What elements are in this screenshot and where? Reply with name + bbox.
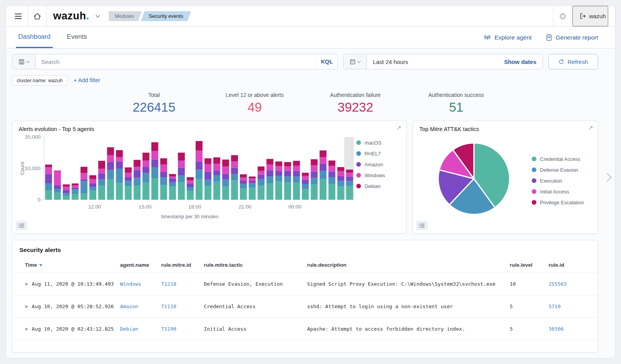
legend-item-defense-evasion[interactable]: Defense Evasion xyxy=(532,167,592,173)
column-header-rule-mitre-tactic[interactable]: rule.mitre.tactic xyxy=(201,257,304,273)
bar-segment-Amazon[interactable] xyxy=(125,177,132,181)
bar-segment-Windows[interactable] xyxy=(116,157,123,161)
bar-segment-RHEL7[interactable] xyxy=(80,181,87,193)
bar-segment-macOS[interactable] xyxy=(328,184,335,200)
bar-segment-Windows[interactable] xyxy=(258,171,265,174)
legend-item-RHEL7[interactable]: RHEL7 xyxy=(356,151,400,157)
bar-segment-Windows[interactable] xyxy=(142,160,149,167)
bar-segment-macOS[interactable] xyxy=(45,190,52,200)
legend-item-execution[interactable]: Execution xyxy=(532,178,592,184)
bar-segment-Debian[interactable] xyxy=(328,160,335,166)
column-header-agent-name[interactable]: agent.name xyxy=(117,257,158,273)
bar-segment-macOS[interactable] xyxy=(125,186,132,200)
next-panels-button[interactable] xyxy=(602,172,613,183)
bar-segment-macOS[interactable] xyxy=(267,183,274,200)
bar-segment-Debian[interactable] xyxy=(107,147,114,155)
mitre-id-link[interactable]: T1190 xyxy=(161,326,176,332)
bar-segment-Amazon[interactable] xyxy=(54,185,61,189)
bar-segment-Debian[interactable] xyxy=(116,150,123,157)
bar-segment-Amazon[interactable] xyxy=(63,190,70,193)
bar-segment-macOS[interactable] xyxy=(275,181,282,200)
bar-segment-macOS[interactable] xyxy=(151,178,158,200)
bar-segment-RHEL7[interactable] xyxy=(284,176,291,182)
bar-segment-macOS[interactable] xyxy=(222,186,229,200)
bar-segment-Debian[interactable] xyxy=(213,157,220,164)
bar-segment-Windows[interactable] xyxy=(151,151,158,159)
bar-segment-RHEL7[interactable] xyxy=(98,179,105,185)
bar-segment-RHEL7[interactable] xyxy=(302,184,309,189)
bar-segment-Amazon[interactable] xyxy=(116,161,123,169)
breadcrumb-modules[interactable]: Modules xyxy=(109,11,142,21)
bar-segment-macOS[interactable] xyxy=(205,186,212,200)
bar-segment-Windows[interactable] xyxy=(240,177,247,180)
bar-segment-Amazon[interactable] xyxy=(267,170,274,176)
bar-segment-RHEL7[interactable] xyxy=(169,182,176,186)
legend-item-credential-access[interactable]: Credential Access xyxy=(532,156,592,162)
tab-events[interactable]: Events xyxy=(64,27,89,48)
bar-segment-RHEL7[interactable] xyxy=(267,176,274,183)
bar-segment-RHEL7[interactable] xyxy=(54,189,61,193)
bar-segment-macOS[interactable] xyxy=(142,182,149,200)
bar-segment-RHEL7[interactable] xyxy=(205,179,212,186)
bar-segment-RHEL7[interactable] xyxy=(63,193,70,196)
bar-segment-macOS[interactable] xyxy=(72,194,79,200)
bar-segment-macOS[interactable] xyxy=(63,196,70,200)
bar-segment-macOS[interactable] xyxy=(319,179,326,200)
bar-segment-Debian[interactable] xyxy=(293,160,300,166)
bar-segment-macOS[interactable] xyxy=(231,180,238,200)
bar-segment-Windows[interactable] xyxy=(311,165,318,171)
bar-segment-Windows[interactable] xyxy=(169,176,176,178)
show-dates-button[interactable]: Show dates xyxy=(498,54,543,69)
saved-queries-button[interactable] xyxy=(12,54,36,69)
bar-segment-Amazon[interactable] xyxy=(80,179,87,181)
column-header-time[interactable]: Time xyxy=(12,257,117,273)
bar-segment-Amazon[interactable] xyxy=(178,167,185,175)
bar-segment-macOS[interactable] xyxy=(187,191,194,200)
bar-segment-Windows[interactable] xyxy=(45,167,52,174)
bar-segment-macOS[interactable] xyxy=(249,188,256,200)
bar-segment-Windows[interactable] xyxy=(63,186,70,190)
bar-segment-Amazon[interactable] xyxy=(160,172,167,177)
bar-segment-RHEL7[interactable] xyxy=(249,183,256,188)
bar-segment-Debian[interactable] xyxy=(134,160,141,167)
bar-segment-Debian[interactable] xyxy=(63,184,70,186)
legend-item-Amazon[interactable]: Amazon xyxy=(356,162,400,167)
bar-segment-RHEL7[interactable] xyxy=(337,181,344,186)
bar-segment-macOS[interactable] xyxy=(116,183,123,200)
generate-report-button[interactable]: Generate report xyxy=(546,27,598,48)
bar-segment-Amazon[interactable] xyxy=(275,171,282,176)
bar-segment-Debian[interactable] xyxy=(196,141,203,150)
bar-segment-Windows[interactable] xyxy=(346,173,353,176)
bar-segment-macOS[interactable] xyxy=(178,182,185,200)
bar-segment-Amazon[interactable] xyxy=(284,171,291,176)
mitre-id-link[interactable]: T1218 xyxy=(161,281,176,287)
bar-segment-Debian[interactable] xyxy=(231,155,238,161)
bar-segment-Debian[interactable] xyxy=(160,158,167,164)
bar-segment-RHEL7[interactable] xyxy=(116,169,123,183)
bar-segment-RHEL7[interactable] xyxy=(293,176,300,183)
bar-segment-macOS[interactable] xyxy=(284,182,291,200)
bar-segment-Amazon[interactable] xyxy=(205,171,212,179)
bar-segment-Amazon[interactable] xyxy=(311,171,318,178)
bar-segment-RHEL7[interactable] xyxy=(258,179,265,185)
bar-segment-Windows[interactable] xyxy=(196,150,203,161)
kql-toggle[interactable]: KQL xyxy=(316,54,337,69)
bar-segment-Debian[interactable] xyxy=(89,175,96,179)
bar-segment-macOS[interactable] xyxy=(80,193,87,200)
bar-segment-Windows[interactable] xyxy=(98,169,105,173)
bar-segment-Windows[interactable] xyxy=(319,157,326,164)
bar-segment-Amazon[interactable] xyxy=(231,167,238,174)
expand-row-icon[interactable]: > xyxy=(25,326,28,332)
column-header-rule-level[interactable]: rule.level xyxy=(507,257,545,273)
bar-segment-Debian[interactable] xyxy=(249,176,256,178)
calendar-button[interactable] xyxy=(343,54,367,69)
bar-segment-Debian[interactable] xyxy=(169,174,176,176)
bar-segment-RHEL7[interactable] xyxy=(213,175,220,181)
bar-segment-RHEL7[interactable] xyxy=(319,171,326,179)
bar-segment-Debian[interactable] xyxy=(275,161,282,166)
bar-segment-Windows[interactable] xyxy=(107,155,114,162)
bar-segment-Windows[interactable] xyxy=(80,173,87,179)
bar-segment-Debian[interactable] xyxy=(337,167,344,171)
bar-segment-Debian[interactable] xyxy=(72,183,79,185)
bar-segment-Amazon[interactable] xyxy=(107,162,114,170)
